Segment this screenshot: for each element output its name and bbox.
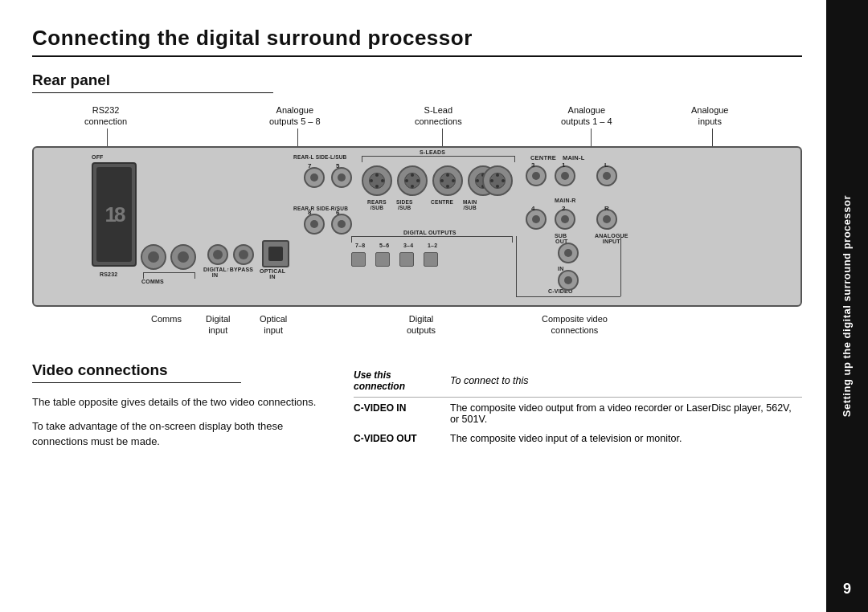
- bracket-comms-l: [143, 272, 144, 279]
- page-number: 9: [843, 581, 851, 598]
- slead-5: [482, 165, 513, 196]
- label-main-r: MAIN-R: [555, 198, 575, 203]
- port-optical-in: [262, 240, 289, 267]
- label-r: R: [604, 205, 609, 212]
- panel-label-rs232: RS232: [100, 271, 117, 277]
- label-1-2: 1–2: [428, 243, 437, 248]
- body-text-2: To take advantage of the on-screen displ…: [32, 418, 338, 450]
- label-analogue-input: ANALOGUEINPUT: [595, 233, 628, 244]
- label-digital-in: DIGITALIN: [203, 267, 227, 278]
- page-title: Connecting the digital surround processo…: [32, 26, 802, 51]
- video-connections-divider: [32, 382, 241, 383]
- side-tab: Setting up the digital surround processo…: [826, 0, 868, 612]
- label-in: IN: [558, 266, 563, 271]
- below-ann-comms: Comms: [151, 313, 182, 324]
- bracket-sleads-top: [362, 156, 514, 157]
- port-cvideo-out: [558, 243, 579, 263]
- label-6: 6: [336, 209, 340, 216]
- port-do-56: [375, 252, 390, 267]
- bracket-digital-out: [351, 236, 512, 237]
- below-ann-digital-outputs: Digitaloutputs: [407, 313, 436, 337]
- table-row: C-VIDEO INThe composite video output fro…: [354, 398, 802, 429]
- ann-line-rs232: [107, 129, 108, 146]
- port-6: [331, 214, 352, 235]
- table-cell-connection: C-VIDEO OUT: [354, 428, 450, 447]
- label-sleads-top: S-LEADS: [420, 149, 445, 155]
- ann-rs232: RS232connection: [84, 104, 127, 128]
- label-comms-panel: COMMS: [141, 279, 164, 284]
- panel-annotations-below: Comms Digitalinput Opticalinput Digitalo…: [32, 308, 802, 349]
- bracket-do-l: [351, 236, 352, 243]
- label-5: 5: [336, 162, 340, 169]
- ann-analogue-out-5-8: Analogueoutputs 5 – 8: [269, 104, 321, 128]
- port-do-78: [351, 252, 366, 267]
- panel-label-off: OFF: [92, 154, 104, 160]
- label-1: 1: [562, 161, 566, 169]
- bottom-section: Video connections The table opposite giv…: [32, 361, 802, 458]
- table-cell-connection: C-VIDEO IN: [354, 398, 450, 429]
- cvideo-left-line: [516, 236, 517, 296]
- label-main-sub: MAIN/SUB: [463, 199, 477, 210]
- slead-2: [397, 165, 428, 196]
- rear-panel-heading: Rear panel: [32, 71, 802, 89]
- video-connections-section: Video connections The table opposite giv…: [32, 361, 354, 458]
- main-content: Connecting the digital surround processo…: [0, 0, 826, 612]
- slead-3: [432, 165, 463, 196]
- video-connections-heading: Video connections: [32, 361, 338, 379]
- bracket-comms-r: [194, 272, 195, 279]
- side-tab-text: Setting up the digital surround processo…: [841, 195, 854, 417]
- port-7: [304, 167, 325, 188]
- label-centre-slead: CENTRE: [431, 199, 453, 205]
- port-cvideo-in: [558, 270, 579, 291]
- label-optical-in: OPTICALIN: [260, 268, 285, 279]
- port-5: [331, 167, 352, 188]
- port-8: [304, 214, 325, 235]
- table-header-connection: Use this connection: [354, 368, 450, 398]
- ann-slead: S-Leadconnections: [415, 104, 462, 128]
- slead-1: [362, 165, 392, 196]
- label-2: 2: [562, 205, 566, 212]
- ann-line-analogue58: [297, 129, 298, 146]
- ann-line-analoguein: [712, 129, 713, 146]
- panel-annotations-above: RS232connection Analogueoutputs 5 – 8 S-…: [32, 104, 802, 146]
- ann-line-slead: [442, 129, 443, 146]
- rear-panel-section: Rear panel RS232connection Analogueoutpu…: [32, 71, 802, 349]
- label-rears-sub: REARS/SUB: [367, 199, 387, 210]
- label-main-l: MAIN-L: [563, 154, 584, 161]
- label-rear-l: REAR-L SIDE-L/SUB: [293, 154, 346, 160]
- port-digital-bypass: [233, 244, 254, 265]
- ann-analogue-out-1-4: Analogueoutputs 1 – 4: [561, 104, 612, 128]
- label-7-8: 7–8: [355, 243, 365, 248]
- cvideo-right-line: [620, 236, 621, 296]
- table-cell-description: The composite video output from a video …: [450, 398, 802, 429]
- bracket-sleads-l: [362, 156, 362, 162]
- port-do-34: [399, 252, 414, 267]
- bracket-sleads-r: [514, 156, 515, 162]
- port-3: [526, 165, 547, 186]
- label-sub: SUB: [555, 233, 567, 239]
- table-header-to-connect: To connect to this: [450, 368, 802, 398]
- label-centre-top: CENTRE: [530, 154, 556, 161]
- label-sides-sub: SIDES/SUB: [396, 199, 413, 210]
- below-ann-digital-input: Digitalinput: [206, 313, 231, 337]
- cvideo-bottom-line: [516, 296, 620, 297]
- port-comms-2: [170, 244, 196, 270]
- ann-analogue-in: Analogueinputs: [691, 104, 729, 128]
- video-connections-table: Use this connection To connect to this C…: [354, 368, 802, 447]
- label-digital-outputs: DIGITAL OUTPUTS: [403, 230, 457, 235]
- label-5-6: 5–6: [379, 243, 389, 248]
- below-ann-optical-input: Opticalinput: [260, 313, 287, 337]
- label-bypass: ↑BYPASS: [227, 267, 253, 272]
- below-ann-composite-video: Composite videoconnections: [542, 313, 608, 337]
- title-divider: [32, 55, 802, 57]
- label-3-4: 3–4: [403, 243, 413, 248]
- port-4: [526, 209, 547, 230]
- label-8: 8: [308, 209, 312, 216]
- port-comms-1: [141, 244, 166, 270]
- label-out: OUT: [555, 239, 567, 244]
- port-digital-in: [207, 244, 228, 265]
- table-row: C-VIDEO OUTThe composite video input of …: [354, 428, 802, 447]
- power-connector: 18: [92, 162, 137, 267]
- rear-panel-divider: [32, 92, 273, 93]
- video-connections-table-section: Use this connection To connect to this C…: [354, 361, 802, 458]
